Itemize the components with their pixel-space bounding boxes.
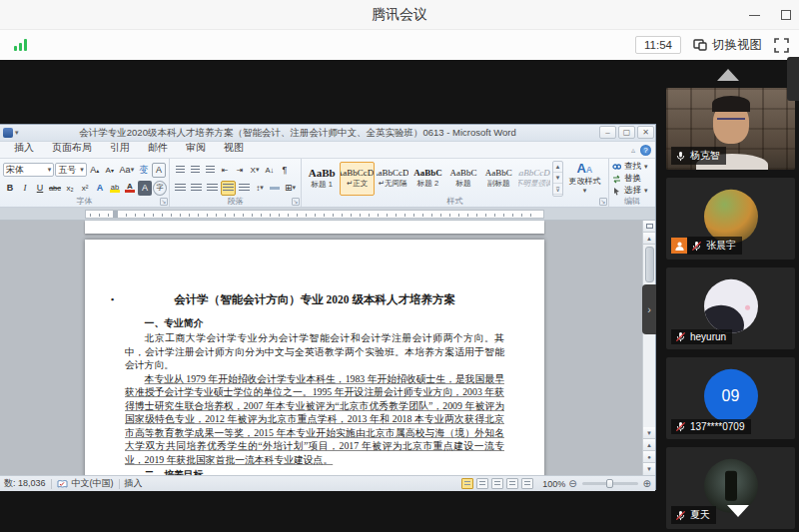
document-page[interactable]: • 会计学（智能会计方向）专业 2020 级本科人才培养方案 一、专业简介 北京… — [85, 240, 544, 475]
distribute-button[interactable] — [237, 181, 252, 196]
bold-button[interactable]: B — [3, 181, 17, 196]
word-maximize-icon[interactable]: ▢ — [618, 126, 635, 139]
show-marks-button[interactable]: ¶ — [278, 163, 292, 178]
style-subtle-emphasis[interactable]: AaBbCcDd 不明显强调 — [517, 162, 551, 196]
meeting-stage: ▾ 会计学专业2020级本科人才培养方案（智能会计、注册会计师中文、全英实验班）… — [0, 60, 799, 532]
minimize-icon[interactable] — [745, 6, 763, 24]
style-title[interactable]: AaBbC 标题 — [446, 162, 480, 196]
text-highlight-button[interactable]: ab — [108, 181, 122, 196]
participants-scroll-up-icon[interactable] — [717, 69, 739, 81]
style-no-spacing[interactable]: AaBbCcDd ↵无间隔 — [376, 162, 409, 196]
enclose-characters-button[interactable]: 字 — [153, 181, 167, 196]
participant-tile[interactable]: 杨克智 — [666, 88, 795, 170]
style-subtitle[interactable]: AaBbC 副标题 — [481, 162, 515, 196]
zoom-level[interactable]: 100% — [542, 479, 565, 489]
tab-review[interactable]: 审阅 — [178, 139, 214, 158]
align-right-button[interactable] — [205, 181, 220, 196]
proofing-icon[interactable] — [57, 479, 68, 489]
change-styles-button[interactable]: AA 更改样式 ▾ — [564, 163, 605, 195]
web-layout-view-button[interactable] — [491, 478, 503, 489]
sort-button[interactable]: A↓ — [263, 163, 277, 178]
word-window-title: 会计学专业2020级本科人才培养方案（智能会计、注册会计师中文、全英实验班）06… — [0, 127, 595, 140]
pinyin-guide-button[interactable]: 变 — [137, 163, 151, 178]
tab-insert[interactable]: 插入 — [6, 139, 42, 158]
ribbon-tab-bar: 插入 页面布局 引用 邮件 审阅 视图 ▵ ? — [0, 142, 655, 159]
paragraph-dialog-launcher-icon[interactable]: ↘ — [292, 198, 300, 206]
multilevel-list-button[interactable] — [203, 163, 217, 178]
superscript-button[interactable]: x² — [78, 181, 92, 196]
tab-view[interactable]: 视图 — [216, 139, 252, 158]
character-border-button[interactable]: A — [152, 163, 166, 178]
styles-dialog-launcher-icon[interactable]: ↘ — [599, 198, 607, 206]
switch-view-button[interactable]: 切换视图 — [693, 37, 762, 54]
font-dialog-launcher-icon[interactable]: ↘ — [160, 198, 168, 206]
indent-marker[interactable] — [113, 211, 118, 218]
align-center-button[interactable] — [189, 181, 204, 196]
participant-tile[interactable]: 09 137****0709 — [666, 357, 795, 439]
italic-button[interactable]: I — [18, 181, 32, 196]
numbering-button[interactable] — [188, 163, 202, 178]
tab-mailings[interactable]: 邮件 — [140, 139, 176, 158]
underline-button[interactable]: U — [33, 181, 47, 196]
participant-tile[interactable]: heyurun — [666, 267, 795, 349]
word-close-icon[interactable]: ✕ — [637, 126, 654, 139]
language-indicator[interactable]: 中文(中国) — [72, 477, 114, 490]
zoom-slider[interactable] — [582, 482, 638, 485]
grow-font-button[interactable]: A▴ — [88, 163, 102, 178]
asian-layout-button[interactable]: X▾ — [248, 163, 262, 178]
sidebar-collapse-handle[interactable]: › — [642, 284, 656, 334]
scroll-down-button[interactable]: ▼ — [643, 427, 656, 439]
strikethrough-button[interactable]: abc — [48, 181, 62, 196]
fullscreen-reading-view-button[interactable] — [476, 478, 488, 489]
font-size-select[interactable]: 五号▾ — [55, 163, 87, 177]
change-case-button[interactable]: Aa▾ — [118, 163, 136, 178]
styles-gallery-scroll[interactable]: ▲▼⊽ — [552, 161, 563, 197]
vertical-scrollbar[interactable]: ▲ ▼ ▲ ● ▼ — [642, 221, 655, 475]
collapsed-panel-edge[interactable] — [787, 57, 799, 101]
scrollbar-thumb[interactable] — [645, 247, 654, 282]
doc-heading-1: 一、专业简介 — [125, 316, 504, 330]
participants-scroll-down-icon[interactable] — [727, 505, 749, 517]
decrease-indent-button[interactable]: ⇤ — [218, 163, 232, 178]
tab-references[interactable]: 引用 — [102, 139, 138, 158]
justify-button[interactable] — [221, 181, 236, 196]
text-effects-button[interactable]: A — [93, 181, 107, 196]
next-page-button[interactable]: ▼ — [643, 463, 656, 475]
fullscreen-icon[interactable] — [774, 38, 789, 53]
zoom-slider-thumb[interactable] — [606, 479, 613, 488]
font-color-button[interactable]: A — [123, 181, 137, 196]
subscript-button[interactable]: x₂ — [63, 181, 77, 196]
style-heading2[interactable]: AaBbC 标题 2 — [410, 162, 444, 196]
shading-button[interactable] — [268, 181, 282, 196]
line-spacing-button[interactable]: ↕▾ — [253, 181, 267, 196]
zoom-out-icon[interactable]: ⊖ — [568, 478, 576, 489]
style-normal[interactable]: AaBbCcDd ↵正文 — [340, 162, 374, 196]
tab-page-layout[interactable]: 页面布局 — [44, 139, 100, 158]
insert-mode-indicator[interactable]: 插入 — [125, 477, 143, 490]
borders-button[interactable]: ⊞▾ — [283, 181, 298, 196]
draft-view-button[interactable] — [521, 478, 533, 489]
align-left-button[interactable] — [173, 181, 188, 196]
find-button[interactable]: 查找▾ — [612, 161, 652, 173]
select-browse-object-button[interactable]: ● — [643, 451, 656, 463]
zoom-in-icon[interactable]: ⊕ — [643, 478, 651, 489]
help-icon[interactable]: ? — [640, 145, 651, 156]
scroll-up-button[interactable]: ▲ — [643, 233, 656, 245]
horizontal-ruler[interactable] — [0, 208, 655, 221]
style-heading1[interactable]: AaBb 标题 1 — [305, 162, 339, 196]
replace-button[interactable]: 替换 — [612, 173, 652, 185]
increase-indent-button[interactable]: ⇥ — [233, 163, 247, 178]
bullets-button[interactable] — [173, 163, 187, 178]
word-minimize-icon[interactable]: – — [599, 126, 616, 139]
shrink-font-button[interactable]: A▾ — [103, 163, 117, 178]
word-count[interactable]: 数: 18,036 — [4, 477, 46, 490]
view-ruler-toggle-icon[interactable] — [643, 221, 656, 233]
maximize-icon[interactable] — [777, 6, 795, 24]
print-layout-view-button[interactable] — [461, 478, 473, 489]
outline-view-button[interactable] — [506, 478, 518, 489]
character-shading-button[interactable]: A — [138, 181, 152, 196]
participant-tile[interactable]: 张晨宇 — [666, 178, 795, 260]
ribbon-collapse-icon[interactable]: ▵ — [631, 146, 635, 155]
previous-page-button[interactable]: ▲ — [643, 439, 656, 451]
font-name-select[interactable]: 宋体▾ — [3, 163, 54, 177]
